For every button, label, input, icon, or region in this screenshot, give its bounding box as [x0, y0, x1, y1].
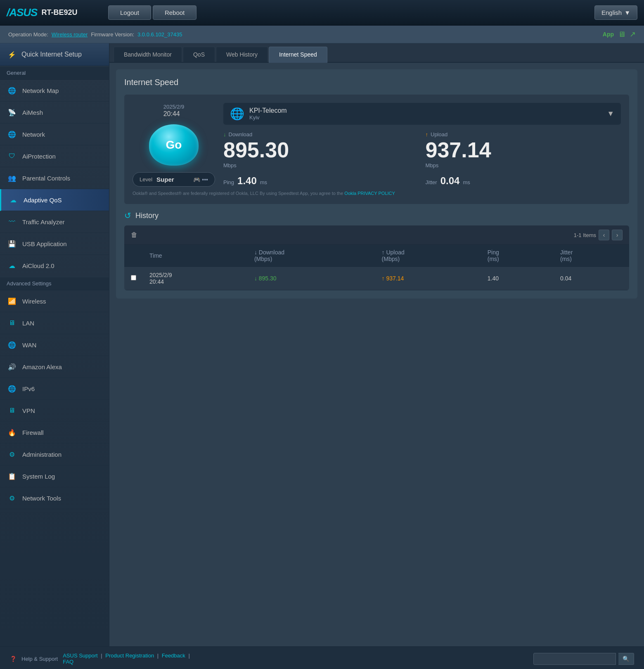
sidebar-item-network-tools[interactable]: ⚙ Network Tools [0, 487, 109, 509]
speed-test-area: 2025/2/9 20:44 Go Level Super 🎮 ••• [124, 95, 629, 204]
sidebar-item-label: Network Tools [22, 495, 61, 502]
sidebar-item-vpn[interactable]: 🖥 VPN [0, 400, 109, 422]
brand: /ASUS RT-BE92U [7, 6, 102, 19]
tab-bandwidth-monitor[interactable]: Bandwidth Monitor [114, 47, 182, 62]
feedback-link[interactable]: Feedback [162, 652, 185, 659]
history-icon: ↺ [124, 211, 131, 221]
sidebar-item-label: Traffic Analyzer [22, 218, 65, 225]
language-label: English [601, 9, 622, 16]
speed-metrics: ↓ Download 895.30 Mbps ↑ Upload [223, 131, 621, 168]
faq-link[interactable]: FAQ [63, 659, 73, 665]
sidebar-item-parental-controls[interactable]: 👥 Parental Controls [0, 167, 109, 189]
chevron-down-icon: ▼ [624, 9, 630, 16]
sidebar-item-ipv6[interactable]: 🌐 IPv6 [0, 378, 109, 400]
asus-support-link[interactable]: ASUS Support [63, 652, 98, 659]
app-label[interactable]: App [603, 31, 614, 38]
system-log-icon: 📋 [7, 471, 17, 482]
sidebar-item-aiprotection[interactable]: 🛡 AiProtection [0, 145, 109, 167]
history-toolbar: 🗑 1-1 Items ‹ › [124, 225, 629, 245]
level-label: Level [140, 176, 152, 183]
footer-search-input[interactable] [533, 653, 616, 665]
aicloud-icon: ☁ [7, 260, 17, 271]
ping-jitter: Ping 1.40 ms Jitter 0.04 ms [223, 175, 621, 187]
tab-internet-speed[interactable]: Internet Speed [269, 47, 327, 63]
sidebar-item-adaptive-qos[interactable]: ☁ Adaptive QoS [0, 189, 109, 211]
history-table: 🗑 1-1 Items ‹ › Time ↓ Download( [124, 225, 629, 290]
op-mode-link[interactable]: Wireless router [52, 31, 88, 38]
share-icon[interactable]: ↗ [630, 30, 636, 39]
level-value: Super [156, 176, 174, 183]
time: 20:44 [163, 110, 185, 118]
sidebar-item-label: LAN [22, 320, 34, 327]
logout-button[interactable]: Logout [108, 5, 151, 20]
quick-setup-icon: ⚡ [7, 49, 17, 60]
sidebar-item-administration[interactable]: ⚙ Administration [0, 444, 109, 465]
row-upload: ↑ 937.14 [375, 267, 481, 290]
administration-icon: ⚙ [7, 449, 17, 460]
isp-selector[interactable]: 🌐 KPI-Telecom Kyiv ▼ [223, 103, 621, 125]
upload-unit: Mbps [426, 162, 621, 168]
history-section: ↺ History 🗑 1-1 Items ‹ › [124, 211, 629, 290]
upload-metric: ↑ Upload 937.14 Mbps [426, 131, 621, 168]
tab-qos[interactable]: QoS [183, 47, 215, 62]
general-section-label: General [0, 66, 109, 80]
footer: ❓ Help & Support ASUS Support | Product … [0, 646, 644, 669]
sidebar-item-aicloud[interactable]: ☁ AiCloud 2.0 [0, 255, 109, 277]
sidebar-item-aimesh[interactable]: 📡 AiMesh [0, 102, 109, 123]
upload-arrow-icon: ↑ [426, 131, 429, 138]
privacy-policy-link[interactable]: Ookla PRIVACY POLICY [344, 191, 395, 196]
sidebar-item-usb-application[interactable]: 💾 USB Application [0, 233, 109, 255]
sidebar-item-firewall[interactable]: 🔥 Firewall [0, 422, 109, 444]
aimesh-icon: 📡 [7, 107, 17, 118]
main-layout: ⚡ Quick Internet Setup General 🌐 Network… [0, 43, 644, 646]
internet-speed-panel: Internet Speed 2025/2/9 20:44 Go [116, 69, 637, 299]
monitor-icon[interactable]: 🖥 [618, 30, 625, 39]
quick-internet-setup[interactable]: ⚡ Quick Internet Setup [0, 43, 109, 66]
sidebar-item-wireless[interactable]: 📶 Wireless [0, 290, 109, 312]
sidebar-item-label: System Log [22, 473, 55, 480]
sidebar-item-system-log[interactable]: 📋 System Log [0, 465, 109, 487]
level-bar: Level Super 🎮 ••• [133, 172, 215, 187]
sidebar-item-label: USB Application [22, 240, 67, 247]
reboot-button[interactable]: Reboot [153, 5, 197, 20]
product-registration-link[interactable]: Product Registration [105, 652, 154, 659]
top-bar: /ASUS RT-BE92U Logout Reboot English ▼ [0, 0, 644, 26]
usb-icon: 💾 [7, 238, 17, 249]
globe-icon: 🌐 [230, 107, 244, 121]
language-button[interactable]: English ▼ [594, 5, 637, 20]
table-row: 2025/2/920:44 ↓ 895.30 ↑ 937.14 1.40 0.0… [124, 267, 629, 290]
footer-search-button[interactable]: 🔍 [618, 653, 634, 665]
lan-icon: 🖥 [7, 318, 17, 328]
isp-name: KPI-Telecom [249, 107, 287, 114]
sidebar-item-label: Firewall [22, 429, 44, 436]
sidebar: ⚡ Quick Internet Setup General 🌐 Network… [0, 43, 109, 646]
row-ping: 1.40 [481, 267, 554, 290]
sidebar-item-label: AiProtection [22, 153, 56, 160]
jitter-label: Jitter [426, 179, 437, 185]
delete-icon[interactable]: 🗑 [131, 231, 137, 239]
sidebar-item-label: AiCloud 2.0 [22, 262, 54, 269]
sidebar-item-label: WAN [22, 342, 36, 349]
sidebar-item-wan[interactable]: 🌐 WAN [0, 334, 109, 356]
tab-web-history[interactable]: Web History [216, 47, 268, 62]
sidebar-item-lan[interactable]: 🖥 LAN [0, 312, 109, 334]
pagination: 1-1 Items ‹ › [574, 230, 623, 240]
ping-column-header: Ping(ms) [481, 245, 554, 267]
sidebar-item-network-map[interactable]: 🌐 Network Map [0, 80, 109, 102]
sidebar-item-label: IPv6 [22, 385, 35, 392]
go-button[interactable]: Go [149, 124, 199, 166]
sidebar-item-traffic-analyzer[interactable]: 〰 Traffic Analyzer [0, 211, 109, 233]
footer-links: ASUS Support | Product Registration | Fe… [61, 652, 190, 665]
upload-label: Upload [431, 131, 447, 138]
sidebar-item-network[interactable]: 🌐 Network [0, 123, 109, 145]
download-value: 895.30 [223, 139, 419, 161]
next-page-button[interactable]: › [612, 230, 623, 240]
sidebar-item-amazon-alexa[interactable]: 🔊 Amazon Alexa [0, 356, 109, 378]
row-checkbox-cell[interactable] [124, 267, 143, 290]
help-icon: ❓ [10, 656, 17, 662]
chevron-down-icon: ▼ [607, 109, 614, 118]
prev-page-button[interactable]: ‹ [599, 230, 609, 240]
sidebar-item-label: Administration [22, 451, 62, 458]
tabs: Bandwidth Monitor QoS Web History Intern… [109, 43, 644, 63]
footer-search: 🔍 [533, 653, 634, 665]
